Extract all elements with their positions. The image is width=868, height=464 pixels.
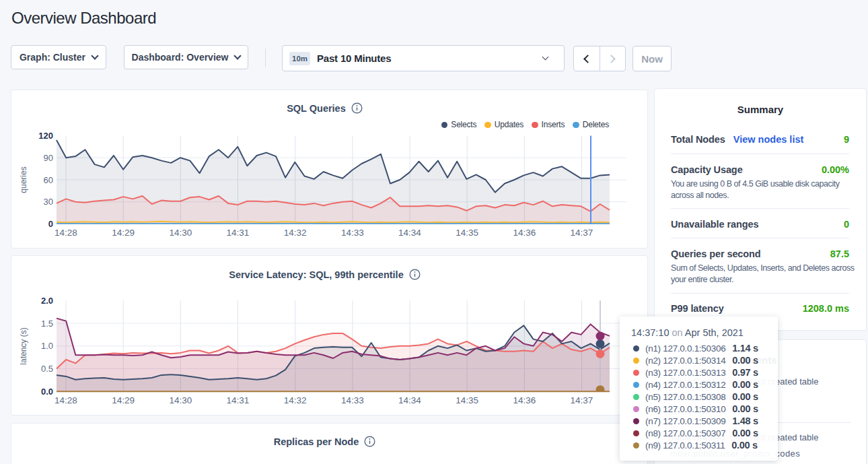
svg-text:0.0: 0.0 xyxy=(41,387,53,397)
svg-text:14:37: 14:37 xyxy=(571,228,593,238)
svg-text:14:35: 14:35 xyxy=(456,395,478,405)
svg-text:90: 90 xyxy=(44,153,53,163)
svg-text:14:36: 14:36 xyxy=(513,228,536,238)
svg-text:0.5: 0.5 xyxy=(41,364,53,374)
svg-text:14:30: 14:30 xyxy=(169,228,192,238)
svg-text:14:34: 14:34 xyxy=(398,228,421,238)
svg-text:30: 30 xyxy=(44,197,53,207)
svg-text:14:31: 14:31 xyxy=(227,228,250,238)
svg-text:1.5: 1.5 xyxy=(41,319,53,329)
svg-text:14:32: 14:32 xyxy=(284,228,307,238)
svg-text:1.0: 1.0 xyxy=(41,341,53,351)
svg-text:14:29: 14:29 xyxy=(112,395,135,405)
svg-text:2.0: 2.0 xyxy=(41,296,53,306)
svg-text:queries: queries xyxy=(19,166,28,193)
svg-text:14:34: 14:34 xyxy=(398,395,421,405)
svg-text:14:30: 14:30 xyxy=(169,395,192,405)
svg-text:60: 60 xyxy=(44,175,53,185)
svg-text:14:28: 14:28 xyxy=(55,395,77,405)
svg-text:120: 120 xyxy=(38,131,53,141)
svg-text:14:37: 14:37 xyxy=(571,395,593,405)
svg-text:latency (s): latency (s) xyxy=(19,327,28,364)
svg-text:14:36: 14:36 xyxy=(513,395,536,405)
svg-text:14:32: 14:32 xyxy=(284,395,307,405)
svg-text:14:35: 14:35 xyxy=(456,228,478,238)
svg-text:14:31: 14:31 xyxy=(227,395,250,405)
svg-text:14:33: 14:33 xyxy=(341,228,364,238)
svg-text:14:29: 14:29 xyxy=(112,228,135,238)
svg-text:0: 0 xyxy=(48,219,53,229)
svg-text:14:33: 14:33 xyxy=(341,395,364,405)
svg-text:14:28: 14:28 xyxy=(55,228,77,238)
